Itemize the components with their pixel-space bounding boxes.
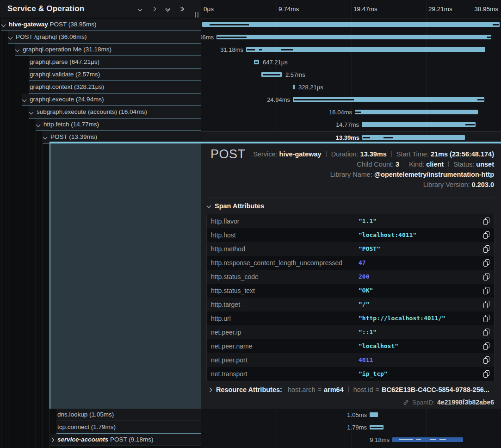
expand-all-icon[interactable] — [176, 4, 186, 14]
expand-one-icon[interactable] — [148, 4, 159, 14]
collapse-one-icon[interactable] — [135, 4, 145, 14]
span-bar[interactable] — [293, 97, 484, 102]
resource-value: arm64 — [324, 386, 344, 393]
span-bar[interactable] — [293, 85, 295, 89]
span-duration-label: 9.18ms — [370, 434, 390, 446]
trace-viewer: 0μs9.74ms19.47ms29.21ms38.95ms hive-gate… — [0, 0, 501, 448]
span-row[interactable]: graphql.parse (647.21μs) — [0, 56, 201, 68]
attribute-key: net.peer.name — [211, 339, 253, 353]
attribute-value: "::1" — [359, 325, 377, 339]
span-row[interactable]: hive-gateway POST (38.95ms) — [0, 19, 201, 31]
meta-divider — [404, 161, 404, 167]
copy-icon[interactable] — [483, 329, 489, 336]
span-duration-label: 36.06ms — [201, 31, 214, 44]
copy-icon[interactable] — [483, 356, 489, 364]
span-row[interactable]: tcp.connect (1.79ms) — [0, 421, 201, 434]
span-row-label: hive-gateway POST (38.95ms) — [9, 19, 97, 31]
resource-attributes-toggle[interactable]: Resource Attributes:host.arch=arm64host.… — [208, 386, 489, 396]
chevron-right-icon — [208, 388, 212, 392]
copy-icon[interactable] — [483, 245, 489, 253]
copy-icon[interactable] — [483, 301, 489, 308]
attribute-key: http.url — [211, 311, 231, 325]
span-row-label: graphql.validate (2.57ms) — [30, 68, 100, 81]
timeline-row: 9.18ms — [201, 434, 501, 446]
span-bar-subsegment — [355, 112, 361, 113]
span-row[interactable]: dns.lookup (1.05ms) — [0, 409, 201, 421]
copy-icon[interactable] — [483, 231, 489, 239]
ruler-tick-label: 38.95ms — [474, 0, 498, 18]
attribute-value: "localhost" — [359, 339, 398, 353]
span-bar-subsegment — [399, 439, 413, 440]
span-detail-meta: Service: hive-gatewayDuration: 13.39msSt… — [253, 149, 494, 190]
resource-equals: = — [373, 386, 381, 393]
attribute-key: http.status_text — [211, 284, 255, 298]
span-bar-subsegment — [255, 62, 258, 63]
attribute-row: http.status_code200 — [207, 270, 494, 284]
collapse-all-icon[interactable] — [162, 4, 173, 14]
span-bar-subsegment — [217, 37, 247, 38]
attribute-row: http.url"http://localhost:4011/" — [207, 311, 494, 325]
span-bar-subsegment — [263, 74, 280, 75]
span-row[interactable]: POST /graphql (36.06ms) — [0, 31, 201, 44]
timeline-row: 14.77ms — [201, 118, 501, 131]
timeline-row: 16.04ms — [201, 106, 501, 118]
resource-attributes-title: Resource Attributes: — [216, 386, 282, 393]
timeline-row: 31.18ms — [201, 44, 501, 56]
attribute-key: http.host — [211, 228, 236, 242]
span-row[interactable]: graphql.validate (2.57ms) — [0, 68, 201, 81]
span-row[interactable]: graphql.operation Me (31.18ms) — [0, 44, 201, 56]
meta-label: Start Time: — [396, 150, 431, 158]
span-bar[interactable] — [216, 35, 491, 39]
attribute-value: "1.1" — [359, 214, 377, 228]
span-id-row: SpanID:4e21998f3b82abe6 — [402, 398, 494, 408]
span-attributes-toggle[interactable]: Span Attributes — [207, 202, 264, 212]
span-row[interactable]: graphql.context (328.21μs) — [0, 81, 201, 93]
tree-toolbar — [135, 4, 186, 14]
copy-icon[interactable] — [483, 273, 489, 280]
span-bar-subsegment — [416, 439, 421, 440]
attribute-value: "ip_tcp" — [359, 367, 388, 381]
span-bar-subsegment — [487, 37, 493, 38]
timeline-row — [201, 19, 501, 31]
copy-icon[interactable] — [483, 315, 489, 322]
span-bar[interactable] — [355, 110, 478, 114]
meta-value: 0.203.0 — [472, 181, 494, 188]
copy-icon[interactable] — [483, 259, 489, 267]
span-row-label: subgraph.execute (accounts) (16.04ms) — [37, 106, 147, 118]
span-bar[interactable] — [392, 437, 463, 442]
span-bar[interactable] — [202, 22, 500, 27]
span-row-label: POST /graphql (36.06ms) — [16, 31, 87, 43]
span-row[interactable]: graphql.execute (24.94ms) — [0, 93, 201, 106]
meta-divider — [391, 151, 392, 157]
span-row[interactable]: service-accounts POST (9.18ms) — [0, 434, 201, 446]
meta-label: Kind: — [409, 161, 426, 168]
copy-icon[interactable] — [483, 287, 489, 294]
span-bar[interactable] — [261, 72, 282, 77]
span-bar-subsegment — [294, 99, 354, 100]
copy-icon[interactable] — [483, 342, 489, 350]
meta-label: Library Version: — [423, 181, 472, 188]
attribute-key: http.method — [211, 242, 245, 256]
copy-icon[interactable] — [483, 218, 489, 225]
span-row[interactable]: http.fetch (14.77ms) — [0, 118, 201, 131]
meta-value: 3 — [396, 161, 399, 168]
attribute-row: http.target"/" — [207, 298, 494, 311]
attribute-row: http.host"localhost:4011" — [207, 228, 494, 242]
span-bar[interactable] — [362, 122, 476, 127]
attribute-row: http.method"POST" — [207, 242, 494, 256]
span-bar[interactable] — [370, 412, 378, 417]
panel-resize-grip[interactable] — [195, 12, 199, 18]
span-attributes-title: Span Attributes — [215, 202, 264, 210]
span-bar[interactable] — [246, 47, 485, 52]
meta-value: 13.39ms — [360, 150, 387, 158]
span-row[interactable]: subgraph.execute (accounts) (16.04ms) — [0, 106, 201, 118]
meta-divider — [326, 151, 327, 157]
span-bar[interactable] — [254, 60, 259, 64]
resource-key: host.arch — [288, 386, 315, 393]
span-bar[interactable] — [362, 135, 465, 140]
span-bar[interactable] — [370, 425, 383, 429]
timeline-row: 24.94ms — [201, 93, 501, 106]
copy-icon[interactable] — [483, 370, 489, 378]
meta-label: Status: — [453, 161, 476, 168]
span-bar-subsegment — [259, 49, 262, 50]
